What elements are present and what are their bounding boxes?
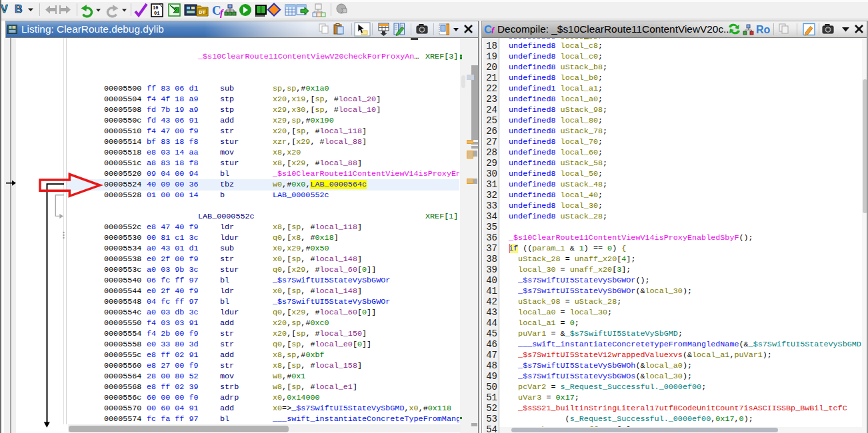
svg-text:Ro: Ro (756, 24, 771, 35)
